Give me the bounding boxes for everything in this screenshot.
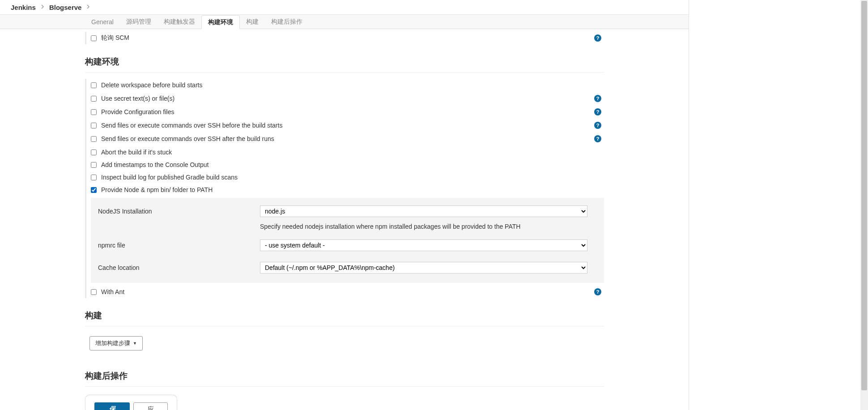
env-row-node-path: Provide Node & npm bin/ folder to PATH [91,184,604,196]
section-build-title: 构建 [85,301,604,326]
env-row-abort-stuck: Abort the build if it's stuck [91,146,604,158]
caret-down-icon: ▼ [133,341,137,346]
tab-general[interactable]: General [85,15,120,29]
config-files-label[interactable]: Provide Configuration files [101,108,174,115]
config-files-checkbox[interactable] [91,109,97,115]
tab-scm[interactable]: 源码管理 [120,15,157,29]
save-button[interactable]: 保存 [94,402,130,410]
poll-scm-checkbox[interactable] [91,35,97,41]
node-path-checkbox[interactable] [91,187,97,193]
config-tabs: General 源码管理 构建触发器 构建环境 构建 构建后操作 [0,15,689,29]
help-icon[interactable]: ? [594,135,601,142]
node-config-panel: NodeJS Installation node.js Specify need… [91,198,604,283]
scrollbar[interactable] [860,0,868,410]
gradle-scan-label[interactable]: Inspect build log for published Gradle b… [101,174,238,181]
node-path-label[interactable]: Provide Node & npm bin/ folder to PATH [101,186,213,193]
env-row-timestamps: Add timestamps to the Console Output [91,158,604,171]
ssh-after-checkbox[interactable] [91,136,97,142]
with-ant-checkbox[interactable] [91,289,97,295]
node-install-label: NodeJS Installation [98,208,260,215]
breadcrumb-link-jenkins[interactable]: Jenkins [11,4,36,11]
help-icon[interactable]: ? [594,108,601,115]
abort-stuck-checkbox[interactable] [91,149,97,155]
help-icon[interactable]: ? [594,95,601,102]
env-row-config-files: Provide Configuration files ? [91,106,604,118]
cache-row: Cache location Default (~/.npm or %APP_D… [91,259,604,277]
help-icon[interactable]: ? [594,34,601,42]
node-install-select[interactable]: node.js [260,205,587,217]
scrollbar-thumb[interactable] [861,1,867,390]
ssh-before-label[interactable]: Send files or execute commands over SSH … [101,122,282,129]
poll-scm-label[interactable]: 轮询 SCM [101,34,129,42]
help-icon[interactable]: ? [594,122,601,129]
section-post-build-title: 构建后操作 [85,361,604,387]
tab-build[interactable]: 构建 [240,15,265,29]
npmrc-select[interactable]: - use system default - [260,239,587,251]
secret-text-checkbox[interactable] [91,96,97,102]
env-row-delete-workspace: Delete workspace before build starts [91,79,604,91]
env-row-with-ant: With Ant ? [91,286,604,298]
npmrc-label: npmrc file [98,242,260,249]
timestamps-checkbox[interactable] [91,162,97,168]
chevron-right-icon [41,4,44,10]
tab-post-build[interactable]: 构建后操作 [265,15,309,29]
secret-text-label[interactable]: Use secret text(s) or file(s) [101,95,174,102]
node-install-description: Specify needed nodejs installation where… [91,220,604,236]
cache-label: Cache location [98,264,260,271]
cache-select[interactable]: Default (~/.npm or %APP_DATA%\npm-cache) [260,262,587,273]
add-build-step-label: 增加构建步骤 [95,339,130,347]
env-row-ssh-after: Send files or execute commands over SSH … [91,132,604,145]
breadcrumb: Jenkins Blogserve [0,0,689,15]
ssh-before-checkbox[interactable] [91,123,97,128]
gradle-scan-checkbox[interactable] [91,175,97,180]
poll-scm-row: 轮询 SCM ? [91,32,604,44]
section-build-env-title: 构建环境 [85,47,604,73]
delete-workspace-checkbox[interactable] [91,82,97,88]
apply-button[interactable]: 应用 [133,402,168,410]
with-ant-label[interactable]: With Ant [101,288,124,295]
delete-workspace-label[interactable]: Delete workspace before build starts [101,81,202,89]
chevron-right-icon [87,4,89,10]
npmrc-row: npmrc file - use system default - [91,236,604,254]
footer-actions: 保存 应用 [85,395,177,410]
tab-build-env[interactable]: 构建环境 [201,15,240,29]
help-icon[interactable]: ? [594,288,601,295]
add-build-step-button[interactable]: 增加构建步骤 ▼ [89,336,143,350]
env-row-ssh-before: Send files or execute commands over SSH … [91,119,604,132]
breadcrumb-link-project[interactable]: Blogserve [49,4,82,11]
env-row-secret-text: Use secret text(s) or file(s) ? [91,92,604,105]
abort-stuck-label[interactable]: Abort the build if it's stuck [101,149,172,156]
node-install-row: NodeJS Installation node.js [91,202,604,220]
timestamps-label[interactable]: Add timestamps to the Console Output [101,161,208,168]
env-row-gradle-scan: Inspect build log for published Gradle b… [91,171,604,184]
tab-triggers[interactable]: 构建触发器 [157,15,201,29]
ssh-after-label[interactable]: Send files or execute commands over SSH … [101,135,274,142]
